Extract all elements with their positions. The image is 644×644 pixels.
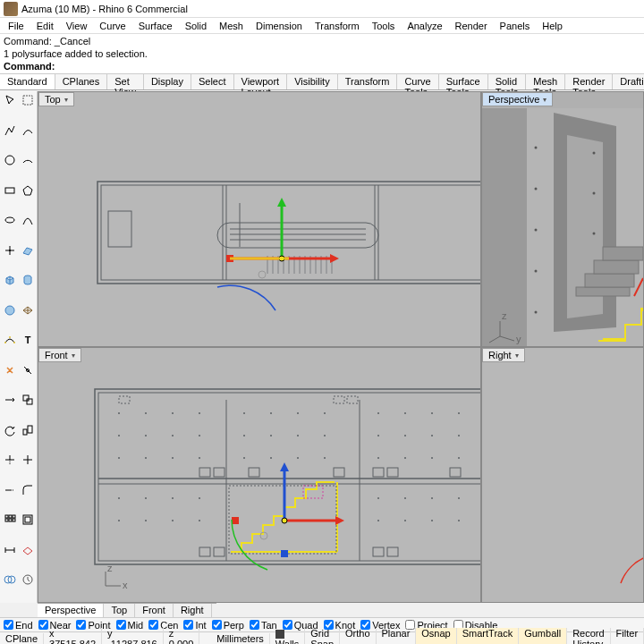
mesh-icon[interactable] [19, 302, 37, 318]
vtab-right[interactable]: Right [174, 604, 212, 617]
tab-drafting[interactable]: Drafting [613, 74, 644, 89]
circle-icon[interactable] [1, 152, 19, 168]
menu-dimension[interactable]: Dimension [250, 21, 309, 31]
svg-point-168 [297, 412, 299, 414]
svg-point-204 [199, 497, 200, 499]
surface-icon[interactable] [19, 242, 37, 258]
cylinder-icon[interactable] [19, 272, 37, 288]
menu-edit[interactable]: Edit [30, 21, 60, 31]
tab-curvetools[interactable]: Curve Tools [397, 74, 438, 89]
vtab-front[interactable]: Front [135, 604, 174, 617]
status-gumball[interactable]: Gumball [519, 628, 567, 645]
ellipse-icon[interactable] [1, 212, 19, 228]
array-icon[interactable] [1, 512, 19, 528]
tab-surfacetools[interactable]: Surface Tools [439, 74, 488, 89]
history-icon[interactable] [19, 572, 37, 588]
sphere-icon[interactable] [1, 302, 19, 318]
status-smarttrack[interactable]: SmartTrack [457, 628, 519, 645]
tab-meshtools[interactable]: Mesh Tools [526, 74, 565, 89]
move-icon[interactable] [1, 392, 19, 408]
status-units[interactable]: Millimeters [211, 633, 270, 644]
box-icon[interactable] [1, 272, 19, 288]
tab-select[interactable]: Select [191, 74, 234, 89]
menu-tools[interactable]: Tools [366, 21, 402, 31]
vtab-top[interactable]: Top [104, 604, 135, 617]
menu-surface[interactable]: Surface [132, 21, 179, 31]
svg-text:x: x [123, 580, 128, 590]
viewport-title-top[interactable]: Top▾ [38, 92, 74, 106]
points-on-icon[interactable] [1, 332, 19, 348]
viewport-right[interactable]: Right▾ [482, 348, 643, 602]
split-icon[interactable] [19, 452, 37, 468]
menu-solid[interactable]: Solid [179, 21, 213, 31]
menu-file[interactable]: File [2, 21, 30, 31]
extend-icon[interactable] [1, 482, 19, 498]
menu-help[interactable]: Help [536, 21, 569, 31]
viewport-title-perspective[interactable]: Perspective▾ [482, 92, 553, 106]
status-osnap[interactable]: Osnap [416, 628, 456, 645]
tab-visibility[interactable]: Visibility [287, 74, 338, 89]
status-cplane[interactable]: CPlane [0, 633, 44, 644]
scale-icon[interactable] [19, 422, 37, 438]
fillet-icon[interactable] [19, 482, 37, 498]
status-ortho[interactable]: Ortho [340, 628, 377, 645]
rotate-icon[interactable] [1, 422, 19, 438]
viewport-perspective[interactable]: Perspective▾ [482, 92, 643, 346]
conic-icon[interactable] [19, 212, 37, 228]
tab-standard[interactable]: Standard [0, 74, 55, 89]
status-gridsnap[interactable]: Grid Snap [305, 628, 340, 645]
tab-setview[interactable]: Set View [107, 74, 144, 89]
svg-point-185 [431, 435, 433, 436]
svg-rect-74 [9, 515, 12, 518]
command-prompt[interactable]: Command: [4, 60, 640, 72]
tab-cplanes[interactable]: CPlanes [55, 74, 108, 89]
boolean-icon[interactable] [1, 572, 19, 588]
status-planar[interactable]: Planar [377, 628, 417, 645]
menu-mesh[interactable]: Mesh [213, 21, 250, 31]
svg-point-172 [431, 412, 433, 414]
menu-curve[interactable]: Curve [93, 21, 131, 31]
text-icon[interactable]: T [19, 332, 37, 348]
osnap-end[interactable]: End [4, 620, 33, 631]
svg-point-57 [9, 336, 11, 338]
tab-transform[interactable]: Transform [338, 74, 398, 89]
menu-bar: File Edit View Curve Surface Solid Mesh … [0, 18, 644, 34]
point-icon[interactable] [1, 242, 19, 258]
explode-icon[interactable] [1, 362, 19, 378]
selection-icon[interactable] [1, 92, 19, 108]
vtab-perspective[interactable]: Perspective [38, 604, 104, 617]
svg-point-179 [243, 435, 245, 436]
menu-panels[interactable]: Panels [494, 21, 537, 31]
menu-render[interactable]: Render [449, 21, 494, 31]
side-toolbox: T [0, 91, 38, 603]
tab-solidtools[interactable]: Solid Tools [488, 74, 527, 89]
rectangle-icon[interactable] [1, 182, 19, 199]
copy-tool-icon[interactable] [19, 392, 37, 408]
status-history[interactable]: Record History [567, 628, 610, 645]
status-layer[interactable]: Walls [270, 627, 305, 644]
osnap-perp[interactable]: Perp [212, 620, 244, 631]
viewport-grid: Top▾ [38, 91, 644, 603]
viewport-title-right[interactable]: Right▾ [482, 348, 525, 362]
lasso-icon[interactable] [19, 92, 37, 108]
menu-analyze[interactable]: Analyze [401, 21, 448, 31]
arc-icon[interactable] [19, 152, 37, 168]
polygon-icon[interactable] [19, 182, 37, 199]
tab-viewportlayout[interactable]: Viewport Layout [234, 74, 288, 89]
status-filter[interactable]: Filter [611, 628, 644, 645]
trim-icon[interactable] [1, 452, 19, 468]
polyline-icon[interactable] [1, 123, 19, 139]
menu-transform[interactable]: Transform [309, 21, 366, 31]
viewport-front[interactable]: Front▾ [38, 348, 480, 602]
curve-icon[interactable] [19, 123, 37, 139]
viewport-top[interactable]: Top▾ [38, 92, 480, 346]
menu-view[interactable]: View [60, 21, 94, 31]
join-icon[interactable] [19, 362, 37, 378]
tab-rendertools[interactable]: Render Tools [565, 74, 613, 89]
offset-icon[interactable] [19, 512, 37, 528]
tab-display[interactable]: Display [144, 74, 191, 89]
viewport-title-front[interactable]: Front▾ [38, 348, 81, 362]
cplane-icon[interactable] [19, 542, 37, 558]
svg-point-205 [377, 497, 379, 499]
dimension-icon[interactable] [1, 542, 19, 558]
